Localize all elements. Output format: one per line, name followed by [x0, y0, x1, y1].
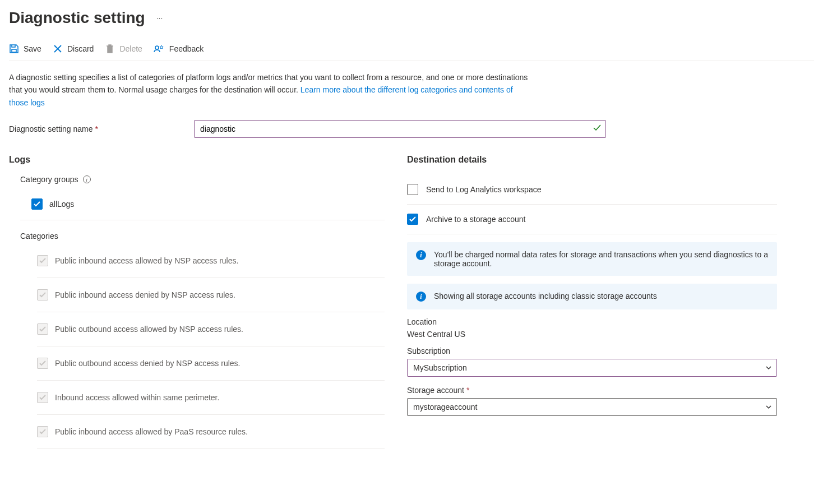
feedback-label: Feedback — [169, 44, 204, 53]
close-icon — [53, 44, 63, 54]
subscription-value: MySubscription — [413, 363, 467, 372]
valid-check-icon — [593, 123, 602, 134]
alllogs-checkbox[interactable] — [31, 198, 43, 210]
category-label: Public outbound access denied by NSP acc… — [55, 359, 241, 368]
setting-name-input[interactable] — [194, 120, 606, 138]
destination-heading: Destination details — [407, 155, 777, 165]
feedback-button[interactable]: Feedback — [154, 44, 204, 54]
category-label: Public inbound access denied by NSP acce… — [55, 290, 235, 299]
storage-account-select[interactable]: mystorageaccount — [407, 398, 777, 416]
svg-point-1 — [155, 46, 159, 49]
discard-label: Discard — [67, 44, 94, 53]
delete-label: Delete — [119, 44, 142, 53]
info-circle-icon: i — [416, 250, 426, 260]
category-label: Public inbound access allowed by NSP acc… — [55, 256, 238, 265]
save-label: Save — [24, 44, 41, 53]
category-label: Inbound access allowed within same perim… — [55, 393, 219, 402]
info-banner-text: Showing all storage accounts including c… — [434, 292, 657, 300]
subscription-select[interactable]: MySubscription — [407, 359, 777, 377]
logs-heading: Logs — [9, 155, 385, 165]
chevron-down-icon — [765, 364, 772, 373]
storage-account-value: mystorageaccount — [413, 403, 477, 411]
svg-rect-0 — [12, 49, 16, 52]
info-banner-storage: i Showing all storage accounts including… — [407, 284, 777, 309]
categories-label: Categories — [20, 232, 385, 241]
more-actions-icon[interactable]: ··· — [156, 13, 163, 22]
divider — [20, 220, 385, 220]
trash-icon — [105, 44, 115, 54]
storage-account-label: Storage account* — [407, 386, 777, 395]
discard-button[interactable]: Discard — [53, 44, 94, 54]
location-label: Location — [407, 317, 777, 326]
category-groups-label: Category groups i — [20, 175, 385, 184]
category-checkbox — [37, 255, 48, 266]
chevron-down-icon — [765, 403, 772, 412]
info-banner-charges: i You'll be charged normal data rates fo… — [407, 242, 777, 276]
send-log-analytics-label: Send to Log Analytics workspace — [426, 185, 541, 194]
category-checkbox — [37, 426, 48, 437]
archive-storage-label: Archive to a storage account — [426, 215, 525, 224]
storage-account-label-text: Storage account — [407, 386, 464, 395]
setting-name-label: Diagnostic setting name* — [9, 124, 194, 133]
page-title: Diagnostic setting — [9, 9, 145, 27]
required-indicator: * — [466, 386, 469, 395]
delete-button: Delete — [105, 44, 142, 54]
category-checkbox — [37, 358, 48, 369]
category-checkbox — [37, 289, 48, 300]
toolbar: Save Discard Delete Feedback — [9, 44, 814, 61]
category-checkbox — [37, 392, 48, 403]
location-value: West Central US — [407, 330, 777, 339]
save-icon — [9, 44, 19, 54]
info-icon[interactable]: i — [83, 175, 91, 183]
send-log-analytics-checkbox[interactable] — [407, 184, 418, 195]
save-button[interactable]: Save — [9, 44, 41, 54]
category-checkbox — [37, 323, 48, 335]
description-text: A diagnostic setting specifies a list of… — [9, 71, 530, 109]
feedback-icon — [154, 44, 165, 54]
category-groups-text: Category groups — [20, 175, 78, 184]
info-banner-text: You'll be charged normal data rates for … — [434, 250, 768, 268]
category-label: Public outbound access allowed by NSP ac… — [55, 325, 243, 334]
subscription-label: Subscription — [407, 346, 777, 355]
setting-name-label-text: Diagnostic setting name — [9, 124, 93, 133]
category-label: Public inbound access allowed by PaaS re… — [55, 427, 248, 436]
info-circle-icon: i — [416, 292, 426, 302]
required-indicator: * — [95, 124, 98, 133]
alllogs-label: allLogs — [49, 200, 74, 209]
archive-storage-checkbox[interactable] — [407, 214, 418, 225]
